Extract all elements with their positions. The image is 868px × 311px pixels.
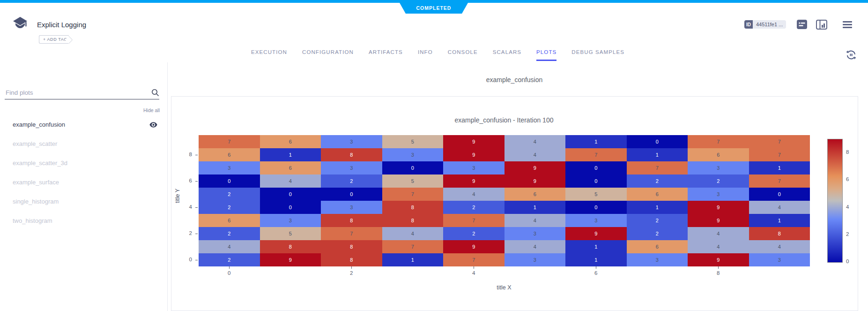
heatmap-cell[interactable]: 8 bbox=[321, 148, 382, 161]
heatmap-cell[interactable]: 9 bbox=[443, 174, 504, 188]
heatmap-cell[interactable]: 9 bbox=[688, 201, 749, 214]
heatmap-cell[interactable]: 7 bbox=[749, 174, 810, 188]
heatmap-cell[interactable]: 1 bbox=[382, 253, 444, 266]
compare-panel-icon[interactable] bbox=[816, 20, 827, 31]
plot-list-item-example-scatter-3d[interactable]: example_scatter_3d bbox=[0, 153, 167, 173]
heatmap-cell[interactable]: 9 bbox=[443, 148, 504, 161]
heatmap-cell[interactable]: 8 bbox=[749, 227, 810, 240]
heatmap-cell[interactable]: 4 bbox=[504, 135, 566, 148]
heatmap-cell[interactable]: 6 bbox=[688, 148, 749, 161]
heatmap-cell[interactable]: 5 bbox=[382, 174, 444, 188]
heatmap-cell[interactable]: 1 bbox=[565, 135, 627, 148]
heatmap-cell[interactable]: 2 bbox=[321, 174, 382, 188]
heatmap-cell[interactable]: 2 bbox=[199, 188, 260, 201]
heatmap-cell[interactable]: 7 bbox=[382, 188, 444, 201]
heatmap-cell[interactable]: 7 bbox=[749, 135, 810, 148]
heatmap-cell[interactable]: 1 bbox=[565, 240, 627, 253]
heatmap-cell[interactable]: 4 bbox=[504, 214, 566, 227]
plot-list-item-single-histogram[interactable]: single_histogram bbox=[0, 192, 167, 211]
tab-scalars[interactable]: SCALARS bbox=[493, 49, 521, 61]
plot-list-item-two-histogram[interactable]: two_histogram bbox=[0, 211, 167, 230]
heatmap-cell[interactable]: 0 bbox=[627, 135, 688, 148]
heatmap-cell[interactable]: 3 bbox=[565, 214, 627, 227]
tab-execution[interactable]: EXECUTION bbox=[251, 49, 287, 61]
heatmap-cell[interactable]: 1 bbox=[504, 201, 566, 214]
heatmap-cell[interactable]: 0 bbox=[321, 188, 382, 201]
heatmap-cell[interactable]: 3 bbox=[504, 227, 566, 240]
heatmap-cell[interactable]: 7 bbox=[199, 135, 260, 148]
heatmap-cell[interactable]: 8 bbox=[382, 214, 444, 227]
plot-list-item-example-scatter[interactable]: example_scatter bbox=[0, 134, 167, 153]
heatmap-cell[interactable]: 0 bbox=[749, 188, 810, 201]
heatmap-cell[interactable]: 7 bbox=[627, 161, 688, 174]
heatmap-cell[interactable]: 3 bbox=[627, 253, 688, 266]
heatmap-cell[interactable]: 8 bbox=[260, 240, 321, 253]
heatmap-cell[interactable]: 1 bbox=[627, 201, 688, 214]
tab-console[interactable]: CONSOLE bbox=[448, 49, 478, 61]
heatmap-cell[interactable]: 1 bbox=[627, 148, 688, 161]
heatmap-cell[interactable]: 9 bbox=[688, 214, 749, 227]
heatmap-cell[interactable]: 6 bbox=[199, 148, 260, 161]
heatmap-cell[interactable]: 7 bbox=[382, 240, 444, 253]
heatmap-cell[interactable]: 4 bbox=[504, 148, 566, 161]
heatmap-cell[interactable]: 4 bbox=[504, 240, 566, 253]
heatmap-cell[interactable]: 6 bbox=[260, 135, 321, 148]
heatmap-cell[interactable]: 5 bbox=[382, 135, 444, 148]
heatmap-cell[interactable]: 0 bbox=[565, 201, 627, 214]
heatmap-cell[interactable]: 2 bbox=[627, 214, 688, 227]
auto-refresh-icon[interactable] bbox=[845, 49, 857, 61]
heatmap-cell[interactable]: 8 bbox=[321, 253, 382, 266]
heatmap-cell[interactable]: 7 bbox=[443, 214, 504, 227]
plot-list-item-example-surface[interactable]: example_surface bbox=[0, 173, 167, 192]
id-badge[interactable]: ID 44511fe1 ... bbox=[744, 20, 786, 29]
heatmap-cell[interactable]: 9 bbox=[504, 174, 566, 188]
heatmap-cell[interactable]: 4 bbox=[382, 227, 444, 240]
heatmap-cell[interactable]: 4 bbox=[443, 188, 504, 201]
heatmap-cell[interactable]: 3 bbox=[688, 188, 749, 201]
heatmap-cell[interactable]: 2 bbox=[443, 201, 504, 214]
heatmap-cell[interactable]: 2 bbox=[688, 174, 749, 188]
heatmap-cell[interactable]: 0 bbox=[565, 161, 627, 174]
heatmap-cell[interactable]: 0 bbox=[382, 161, 444, 174]
heatmap-cell[interactable]: 9 bbox=[443, 135, 504, 148]
heatmap-cell[interactable]: 9 bbox=[260, 253, 321, 266]
heatmap-cell[interactable]: 9 bbox=[443, 240, 504, 253]
heatmap-cell[interactable]: 0 bbox=[565, 174, 627, 188]
heatmap-cell[interactable]: 4 bbox=[688, 227, 749, 240]
heatmap-cell[interactable]: 2 bbox=[199, 201, 260, 214]
heatmap-cell[interactable]: 9 bbox=[565, 227, 627, 240]
heatmap-cell[interactable]: 3 bbox=[199, 161, 260, 174]
hide-all-link[interactable]: Hide all bbox=[143, 107, 160, 113]
heatmap-cell[interactable]: 3 bbox=[504, 253, 566, 266]
heatmap-cell[interactable]: 3 bbox=[260, 214, 321, 227]
heatmap-cell[interactable]: 1 bbox=[749, 214, 810, 227]
heatmap-cell[interactable]: 4 bbox=[260, 174, 321, 188]
menu-icon[interactable] bbox=[843, 21, 852, 30]
tab-debug-samples[interactable]: DEBUG SAMPLES bbox=[571, 49, 624, 61]
heatmap-cell[interactable]: 7 bbox=[443, 253, 504, 266]
search-input[interactable] bbox=[5, 89, 151, 97]
experiment-details-icon[interactable] bbox=[797, 20, 807, 31]
heatmap-cell[interactable]: 3 bbox=[688, 161, 749, 174]
heatmap-cell[interactable]: 6 bbox=[260, 161, 321, 174]
heatmap-cell[interactable]: 3 bbox=[382, 148, 444, 161]
heatmap-cell[interactable]: 8 bbox=[321, 240, 382, 253]
heatmap-cell[interactable]: 6 bbox=[504, 188, 566, 201]
heatmap-cell[interactable]: 1 bbox=[749, 161, 810, 174]
heatmap-cell[interactable]: 9 bbox=[688, 253, 749, 266]
heatmap-cell[interactable]: 1 bbox=[565, 253, 627, 266]
add-tag-button[interactable]: + ADD TAG bbox=[39, 35, 69, 44]
heatmap-cell[interactable]: 5 bbox=[260, 227, 321, 240]
heatmap-cell[interactable]: 0 bbox=[260, 188, 321, 201]
heatmap-cell[interactable]: 3 bbox=[321, 161, 382, 174]
tab-plots[interactable]: PLOTS bbox=[536, 49, 556, 61]
heatmap-cell[interactable]: 7 bbox=[565, 148, 627, 161]
heatmap-cell[interactable]: 3 bbox=[443, 161, 504, 174]
plot-list-item-example-confusion[interactable]: example_confusion bbox=[0, 115, 167, 134]
heatmap-cell[interactable]: 4 bbox=[749, 240, 810, 253]
tab-info[interactable]: INFO bbox=[418, 49, 433, 61]
heatmap-cell[interactable]: 2 bbox=[627, 227, 688, 240]
heatmap-cell[interactable]: 9 bbox=[504, 161, 566, 174]
heatmap-cell[interactable]: 6 bbox=[627, 188, 688, 201]
heatmap-cell[interactable]: 2 bbox=[199, 227, 260, 240]
